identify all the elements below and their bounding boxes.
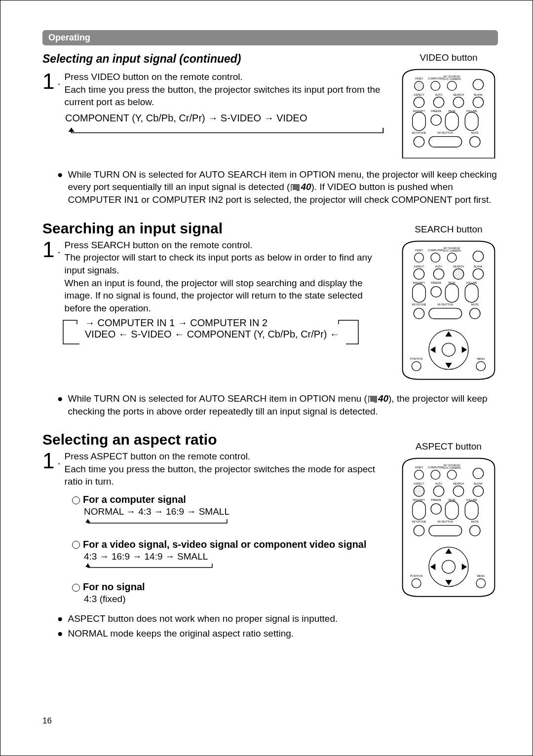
svg-point-54 bbox=[414, 308, 424, 318]
svg-point-44 bbox=[473, 268, 483, 279]
svg-point-28 bbox=[470, 137, 480, 147]
svg-point-64 bbox=[476, 361, 486, 371]
svg-text:FREEZE: FREEZE bbox=[431, 110, 441, 113]
svg-point-38 bbox=[414, 268, 424, 279]
svg-text:COMPUTER: COMPUTER bbox=[428, 248, 443, 251]
svg-rect-88 bbox=[465, 501, 478, 520]
s2-bullet-a: While TURN ON is selected for AUTO SEARC… bbox=[68, 393, 367, 404]
svg-point-14 bbox=[473, 97, 483, 108]
circle-marker bbox=[72, 584, 80, 592]
bullet-icon: ● bbox=[57, 627, 63, 640]
s1-step-text1: Press VIDEO button on the remote control… bbox=[65, 72, 243, 82]
s2-step-text1: Press SEARCH button on the remote contro… bbox=[65, 240, 253, 250]
svg-point-84 bbox=[431, 504, 441, 514]
s1-cycle: COMPONENT (Y, Cb/Pb, Cr/Pr) → S-VIDEO → … bbox=[65, 113, 389, 124]
svg-rect-82 bbox=[413, 501, 426, 520]
bullet-icon: ● bbox=[57, 392, 63, 417]
header-bar: Operating bbox=[42, 30, 498, 45]
svg-text:DOC.CAMERA: DOC.CAMERA bbox=[443, 466, 461, 469]
svg-point-48 bbox=[431, 286, 441, 297]
book-ref-icon bbox=[368, 396, 377, 403]
svg-point-37 bbox=[473, 251, 483, 261]
svg-point-94 bbox=[470, 526, 480, 536]
s3-step-text2: Each time you press the button, the proj… bbox=[65, 464, 375, 487]
svg-point-62 bbox=[412, 361, 421, 371]
s3-step-text1: Press ASPECT button on the remote contro… bbox=[65, 451, 251, 461]
svg-point-42 bbox=[453, 268, 463, 279]
step-dot: . bbox=[57, 450, 60, 472]
svg-text:MUTE: MUTE bbox=[471, 303, 479, 306]
svg-text:FREEZE: FREEZE bbox=[431, 281, 441, 284]
remote-illustration-search: VIDEO COMPUTER MY SOURCE/DOC.CAMERA ASPE… bbox=[399, 238, 498, 382]
svg-point-7 bbox=[473, 79, 483, 90]
s2-cycle-box bbox=[62, 319, 368, 347]
step-number-1b: 1 bbox=[42, 239, 54, 261]
book-ref-icon bbox=[291, 184, 300, 191]
sub2-cycle: 4:3 → 16:9 → 14:9 → SMALL bbox=[84, 550, 389, 563]
svg-point-2 bbox=[431, 81, 440, 91]
svg-text:KEYSTONE: KEYSTONE bbox=[412, 303, 426, 306]
svg-text:VIDEO: VIDEO bbox=[415, 466, 423, 469]
s1-step-text2: Each time you press the button, the proj… bbox=[65, 84, 381, 108]
svg-rect-46 bbox=[413, 284, 426, 302]
svg-text:MY BUTTON: MY BUTTON bbox=[438, 131, 453, 134]
section3-title: Selecting an aspect ratio bbox=[42, 431, 389, 448]
svg-text:MENU: MENU bbox=[477, 357, 485, 360]
svg-point-18 bbox=[431, 115, 441, 125]
s1-right-label: VIDEO button bbox=[399, 52, 498, 63]
svg-text:BLANK: BLANK bbox=[474, 482, 483, 485]
section1-title: Selecting an input signal (continued) bbox=[42, 52, 389, 66]
svg-text:ASPECT: ASPECT bbox=[414, 93, 424, 96]
svg-point-68 bbox=[431, 470, 440, 480]
svg-point-97 bbox=[442, 561, 456, 574]
svg-point-10 bbox=[433, 97, 444, 108]
circle-marker bbox=[72, 541, 80, 549]
step-number-1a: 1 bbox=[42, 71, 54, 92]
svg-point-4 bbox=[447, 81, 457, 91]
sub1-title: For a computer signal bbox=[83, 494, 186, 505]
circle-marker bbox=[72, 496, 80, 504]
svg-text:MY BUTTON: MY BUTTON bbox=[438, 303, 453, 306]
svg-point-70 bbox=[447, 470, 457, 480]
step-dot: . bbox=[57, 71, 60, 92]
svg-point-80 bbox=[473, 486, 483, 496]
svg-text:MAGNIFY: MAGNIFY bbox=[413, 281, 425, 284]
svg-point-90 bbox=[414, 526, 424, 536]
svg-rect-22 bbox=[465, 112, 478, 130]
svg-text:AUTO: AUTO bbox=[435, 482, 443, 485]
svg-point-40 bbox=[433, 268, 444, 279]
svg-text:MUTE: MUTE bbox=[471, 131, 479, 134]
sub2-title: For a video signal, s-video signal or co… bbox=[83, 539, 367, 550]
cycle-return-arrow bbox=[84, 518, 232, 528]
bullet-icon: ● bbox=[57, 168, 63, 206]
svg-text:ASPECT: ASPECT bbox=[414, 482, 424, 485]
svg-text:ASPECT: ASPECT bbox=[414, 265, 424, 268]
svg-rect-86 bbox=[445, 501, 458, 520]
svg-text:VIDEO: VIDEO bbox=[415, 77, 423, 80]
svg-point-58 bbox=[470, 308, 480, 318]
cycle-return-arrow bbox=[84, 563, 217, 572]
svg-rect-50 bbox=[445, 284, 458, 302]
section2-title: Searching an input signal bbox=[42, 220, 389, 237]
svg-point-61 bbox=[442, 343, 456, 356]
step-number-1c: 1 bbox=[42, 450, 54, 472]
svg-text:MAGNIFY: MAGNIFY bbox=[413, 499, 425, 502]
s3-bullet3: ASPECT button does not work when no prop… bbox=[68, 612, 338, 625]
svg-point-12 bbox=[453, 97, 463, 108]
remote-illustration-aspect: VIDEO COMPUTER MY SOURCE/DOC.CAMERA ASPE… bbox=[399, 455, 498, 600]
svg-rect-92 bbox=[429, 526, 462, 536]
svg-point-74 bbox=[414, 486, 424, 496]
svg-point-73 bbox=[473, 468, 483, 479]
s1-ref: 40 bbox=[301, 182, 311, 192]
s2-right-label: SEARCH button bbox=[399, 224, 498, 235]
svg-point-98 bbox=[412, 579, 421, 588]
svg-text:COMPUTER: COMPUTER bbox=[428, 77, 443, 80]
svg-point-66 bbox=[415, 470, 424, 480]
svg-point-78 bbox=[453, 486, 463, 496]
svg-text:FREEZE: FREEZE bbox=[431, 499, 441, 502]
page-number: 16 bbox=[42, 716, 52, 726]
svg-text:MY BUTTON: MY BUTTON bbox=[438, 521, 453, 524]
svg-text:KEYSTONE: KEYSTONE bbox=[412, 131, 426, 134]
svg-point-24 bbox=[414, 137, 424, 147]
svg-text:BLANK: BLANK bbox=[474, 93, 483, 96]
